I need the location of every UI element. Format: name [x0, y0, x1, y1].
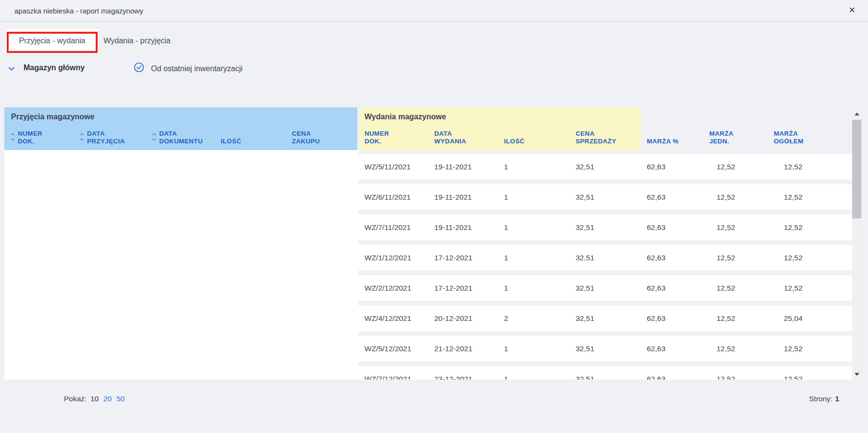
receipts-table-header: Przyjęcia magazynowe NUMER DOK. DATA PRZ… — [4, 107, 357, 150]
scrollbar-thumb[interactable] — [852, 120, 861, 218]
issues-rows: WZ/5/11/2021 19-11-2021 1 32,51 62,63 12… — [358, 150, 852, 380]
check-circle-icon[interactable] — [134, 62, 144, 73]
triangle-down-icon — [855, 373, 859, 376]
cell-ilosc: 1 — [498, 184, 569, 210]
cell-cena-sprzedazy: 32,51 — [569, 184, 641, 210]
window-titlebar: apaszka niebieska - raport magazynowy × — [0, 0, 868, 22]
cell-marza-procent: 62,63 — [641, 336, 703, 361]
cell-ilosc: 1 — [498, 245, 569, 270]
column-header-numer-dok[interactable]: NUMER DOK. — [10, 130, 42, 145]
cell-numer-dok: WZ/7/12/2021 — [358, 366, 428, 380]
table-row: WZ/4/12/2021 20-12-2021 2 32,51 62,63 12… — [358, 306, 852, 331]
cell-ilosc: 1 — [498, 336, 569, 361]
cell-numer-dok: WZ/6/11/2021 — [358, 184, 428, 210]
cell-data-wydania: 23-12-2021 — [428, 366, 498, 380]
table-row: WZ/6/11/2021 19-11-2021 1 32,51 62,63 12… — [358, 184, 852, 210]
cell-data-wydania: 17-12-2021 — [428, 245, 498, 270]
column-header-marza-procent: MARŻA % — [647, 138, 679, 145]
cell-cena-sprzedazy: 32,51 — [569, 306, 641, 331]
cell-marza-jedn: 12,52 — [703, 245, 767, 270]
cell-marza-jedn: 12,52 — [703, 336, 767, 361]
cell-marza-jedn: 12,52 — [703, 184, 767, 210]
close-icon[interactable]: × — [844, 2, 860, 18]
column-header-marza-ogolem: MARŻA OGÓŁEM — [774, 130, 804, 145]
cell-marza-jedn: 12,52 — [703, 366, 767, 380]
column-header-marza-jedn: MARŻA JEDN. — [709, 130, 733, 145]
triangle-up-icon — [855, 113, 859, 115]
cell-ilosc: 1 — [498, 154, 569, 179]
cell-marza-ogolem: 12,52 — [767, 245, 852, 270]
window-title: apaszka niebieska - raport magazynowy — [14, 7, 143, 15]
current-page: 1 — [835, 395, 839, 403]
cell-cena-sprzedazy: 32,51 — [569, 275, 641, 301]
pages-indicator: Strony:1 — [809, 395, 839, 403]
table-row: WZ/1/12/2021 17-12-2021 1 32,51 62,63 12… — [358, 245, 852, 270]
cell-marza-jedn: 12,52 — [703, 154, 767, 179]
cell-data-wydania: 20-12-2021 — [428, 306, 498, 331]
cell-marza-procent: 62,63 — [641, 215, 703, 240]
cell-cena-sprzedazy: 32,51 — [569, 366, 641, 380]
cell-marza-jedn: 12,52 — [703, 306, 767, 331]
cell-numer-dok: WZ/4/12/2021 — [358, 306, 428, 331]
table-row: WZ/5/12/2021 21-12-2021 1 32,51 62,63 12… — [358, 336, 852, 361]
sort-icon — [10, 131, 15, 144]
cell-numer-dok: WZ/2/12/2021 — [358, 275, 428, 301]
scroll-down-arrow[interactable] — [852, 369, 861, 379]
scroll-up-arrow[interactable] — [852, 109, 861, 119]
cell-marza-jedn: 12,52 — [703, 215, 767, 240]
cell-marza-ogolem: 12,52 — [767, 366, 852, 380]
cell-numer-dok: WZ/5/12/2021 — [358, 336, 428, 361]
issues-table-header: Wydania magazynowe NUMER DOK. DATA WYDAN… — [360, 107, 641, 150]
chevron-down-icon[interactable] — [7, 64, 16, 73]
page-size-option-10[interactable]: 10 — [90, 395, 99, 403]
cell-cena-sprzedazy: 32,51 — [569, 336, 641, 361]
cell-marza-procent: 62,63 — [641, 306, 703, 331]
page-size-option-50[interactable]: 50 — [116, 395, 125, 403]
warehouse-name: Magazyn główny — [24, 64, 85, 72]
table-body: WZ/5/11/2021 19-11-2021 1 32,51 62,63 12… — [4, 150, 852, 380]
cell-ilosc: 1 — [498, 366, 569, 380]
cell-marza-ogolem: 12,52 — [767, 184, 852, 210]
filter-row: Magazyn główny Od ostatniej inwentaryzac… — [0, 60, 868, 79]
cell-marza-procent: 62,63 — [641, 245, 703, 270]
cell-numer-dok: WZ/5/11/2021 — [358, 154, 428, 179]
cell-marza-jedn: 12,52 — [703, 275, 767, 301]
page-size-label: Pokaż: — [64, 395, 87, 403]
vertical-scrollbar[interactable] — [852, 109, 861, 379]
cell-ilosc: 2 — [498, 306, 569, 331]
cell-ilosc: 1 — [498, 275, 569, 301]
cell-marza-procent: 62,63 — [641, 184, 703, 210]
cell-marza-ogolem: 12,52 — [767, 275, 852, 301]
column-header-data-dokumentu[interactable]: DATA DOKUMENTU — [151, 130, 202, 145]
tab-label: Przyjęcia - wydania — [19, 37, 86, 45]
cell-numer-dok: WZ/1/12/2021 — [358, 245, 428, 270]
cell-cena-sprzedazy: 32,51 — [569, 215, 641, 240]
cell-numer-dok: WZ/7/11/2021 — [358, 215, 428, 240]
table-row: WZ/2/12/2021 17-12-2021 1 32,51 62,63 12… — [358, 275, 852, 301]
sort-icon — [151, 131, 157, 144]
column-header-data-wydania: DATA WYDANIA — [434, 130, 466, 145]
cell-cena-sprzedazy: 32,51 — [569, 245, 641, 270]
tab-przyjecia-wydania[interactable]: Przyjęcia - wydania — [6, 29, 99, 53]
cell-data-wydania: 19-11-2021 — [428, 184, 498, 210]
column-header-cena-zakupu: CENA ZAKUPU — [292, 130, 320, 145]
page-size-option-20[interactable]: 20 — [103, 395, 112, 403]
tabs-bar: Przyjęcia - wydania Wydania - przyjęcia — [0, 22, 868, 53]
column-header-ilosc: ILOŚĆ — [504, 138, 525, 145]
inventory-scope-label[interactable]: Od ostatniej inwentaryzacji — [151, 64, 242, 73]
cell-ilosc: 1 — [498, 215, 569, 240]
column-header-ilosc: ILOŚĆ — [221, 138, 241, 145]
column-header-data-przyjecia[interactable]: DATA PRZYJĘCIA — [79, 130, 125, 145]
tab-wydania-przyjecia[interactable]: Wydania - przyjęcia — [99, 29, 176, 53]
cell-data-wydania: 19-11-2021 — [428, 154, 498, 179]
margin-columns-header: MARŻA % MARŻA JEDN. MARŻA OGÓŁEM — [641, 107, 852, 150]
cell-data-wydania: 21-12-2021 — [428, 336, 498, 361]
table-row: WZ/7/12/2021 23-12-2021 1 32,51 62,63 12… — [358, 366, 852, 380]
column-header-cena-sprzedazy: CENA SPRZEDAŻY — [576, 130, 616, 145]
cell-marza-ogolem: 25,04 — [767, 306, 852, 331]
cell-marza-ogolem: 12,52 — [767, 336, 852, 361]
cell-cena-sprzedazy: 32,51 — [569, 154, 641, 179]
cell-marza-ogolem: 12,52 — [767, 154, 852, 179]
column-header-numer-dok: NUMER DOK. — [365, 130, 389, 145]
pages-label: Strony: — [809, 395, 832, 403]
